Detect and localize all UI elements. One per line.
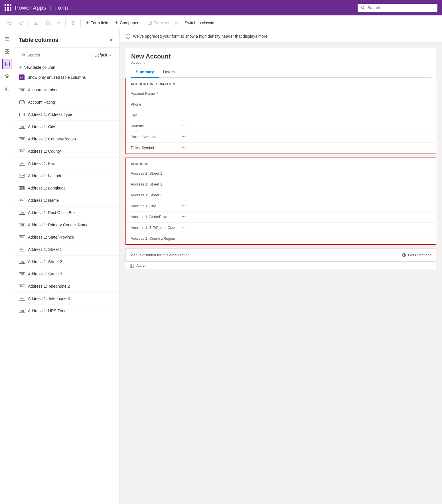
nav-dashboard-icon[interactable]: [2, 46, 12, 57]
undo-button[interactable]: [5, 19, 15, 27]
expand-icon[interactable]: [130, 264, 134, 268]
redo-icon: [19, 21, 23, 25]
map-card: Map is disabled for this organization. G…: [125, 248, 436, 261]
field-street2: Address 1: Street 2 ---: [126, 179, 436, 190]
cut-icon: [34, 21, 38, 25]
show-unused-checkbox-row[interactable]: Show only unused table columns: [14, 72, 119, 84]
undo-icon: [7, 21, 12, 25]
list-item[interactable]: Account Rating: [14, 96, 119, 108]
field-phone: Phone ---: [126, 99, 436, 110]
list-item[interactable]: AbcAddress 1: Street 2: [14, 256, 119, 268]
panel-dropdown[interactable]: Default: [92, 51, 115, 59]
dropdown-button[interactable]: [54, 19, 63, 26]
field-zip: Address 1: ZIP/Postal Code ---: [126, 223, 436, 233]
text-icon: Abc: [19, 124, 25, 130]
list-item[interactable]: AbcAddress 1: Street 3: [14, 268, 119, 280]
column-label: Address 1: Latitude: [28, 174, 62, 178]
text-icon: Abc: [19, 148, 25, 154]
field-street3: Address 1: Street 3 ---: [126, 190, 436, 201]
map-disabled-text: Map is disabled for this organization.: [130, 253, 190, 257]
text-icon: Abc: [19, 87, 25, 93]
switch-classic-button[interactable]: Switch to classic: [182, 19, 217, 27]
list-item[interactable]: AbcAddress 1: UPS Zone: [14, 305, 119, 317]
form-settings-button[interactable]: Form settings: [145, 19, 181, 27]
text-icon: Abc: [19, 246, 25, 253]
topbar: Power Apps | Form: [0, 0, 442, 15]
status-bar: Active: [125, 261, 436, 269]
svg-rect-5: [148, 21, 151, 25]
panel-close-button[interactable]: ✕: [107, 36, 115, 44]
list-item[interactable]: AbcAddress 1: Fax: [14, 158, 119, 170]
field-account-name: Account Name * ---: [126, 88, 436, 99]
app-title: Power Apps | Form: [15, 5, 68, 11]
paste-button[interactable]: [42, 19, 53, 27]
tab-details[interactable]: Details: [159, 67, 180, 78]
list-item[interactable]: AbcAddress 1: Street 1: [14, 243, 119, 256]
tab-summary[interactable]: Summary: [131, 67, 159, 78]
column-label: Address 1: Fax: [28, 161, 55, 166]
cut-button[interactable]: [31, 19, 41, 27]
new-table-column-button[interactable]: + New table column: [14, 63, 119, 72]
column-label: Address 1: Address Type: [28, 112, 72, 117]
nav-menu-icon[interactable]: [2, 34, 12, 44]
search-box[interactable]: [358, 4, 437, 12]
text-icon: Abc: [19, 136, 25, 142]
toolbar-separator-1: [29, 19, 29, 27]
list-item[interactable]: AbcAddress 1: County: [14, 145, 119, 158]
show-unused-checkbox[interactable]: [19, 74, 25, 80]
list-item[interactable]: AbcAddress 1: Primary Contact Name: [14, 219, 119, 231]
text-icon: Abc: [19, 295, 25, 302]
get-directions-button[interactable]: Get Directions: [402, 253, 431, 257]
status-badge: Active: [136, 263, 146, 268]
list-item[interactable]: AbcAddress 1: Post Office Box: [14, 207, 119, 219]
info-icon: [125, 34, 131, 39]
toolbar: + Form field + Component Form settings S…: [0, 15, 442, 30]
sidebar-nav: [0, 30, 14, 504]
text-icon: Abc: [19, 259, 25, 265]
text-icon: Abc: [19, 283, 25, 289]
record-title: New Account: [131, 53, 431, 60]
svg-rect-7: [7, 49, 9, 51]
list-item[interactable]: Address 1: Address Type: [14, 108, 119, 121]
column-label: Address 1: Country/Region: [28, 137, 76, 141]
svg-rect-6: [5, 49, 7, 51]
field-city: Address 1: City ---: [126, 201, 436, 212]
search-input[interactable]: [368, 5, 434, 10]
component-button[interactable]: + Component: [112, 19, 143, 27]
panel-title: Table columns: [19, 37, 58, 43]
form-header: New Account Account Summary Details: [125, 48, 436, 78]
list-item[interactable]: AbcAddress 1: City: [14, 121, 119, 133]
form-field-button[interactable]: + Form field: [83, 19, 111, 27]
svg-rect-8: [5, 52, 7, 53]
redo-button[interactable]: [16, 19, 26, 27]
text-icon: Abc: [19, 222, 25, 228]
list-item[interactable]: AbcAddress 1: Country/Region: [14, 133, 119, 145]
nav-layers-icon[interactable]: [2, 71, 12, 82]
field-parent-account: Parent Account ---: [126, 132, 436, 143]
delete-icon: [71, 21, 75, 25]
delete-button[interactable]: [68, 19, 78, 27]
column-label: Address 1: Street 3: [28, 272, 62, 276]
list-item[interactable]: 123Address 1: Latitude: [14, 170, 119, 182]
svg-rect-12: [5, 89, 7, 91]
list-item[interactable]: AbcAddress 1: Telephone 2: [14, 280, 119, 293]
number-icon: 123: [19, 185, 25, 191]
chevron-down-icon: [57, 21, 60, 25]
panel-header: Table columns ✕: [14, 30, 119, 48]
list-item[interactable]: AbcAddress 1: Telephone 3: [14, 293, 119, 305]
svg-rect-9: [7, 52, 9, 53]
panel-search-input[interactable]: [27, 53, 86, 57]
column-label: Address 1: Street 1: [28, 247, 62, 252]
nav-form-icon[interactable]: [2, 59, 12, 69]
list-item[interactable]: AbcAccount Number: [14, 84, 119, 96]
nav-components-icon[interactable]: [2, 84, 12, 94]
list-item[interactable]: AbcAddress 1: Name: [14, 194, 119, 207]
svg-line-14: [24, 56, 25, 57]
column-label: Address 1: Telephone 2: [28, 284, 70, 289]
field-country: Address 1: Country/Region ---: [126, 233, 436, 244]
panel-search-box[interactable]: [19, 51, 89, 59]
record-subtitle: Account: [131, 60, 431, 64]
list-item[interactable]: 123Address 1: Longitude: [14, 182, 119, 194]
list-item[interactable]: AbcAddress 1: State/Province: [14, 231, 119, 243]
app-grid-icon[interactable]: [5, 4, 11, 11]
